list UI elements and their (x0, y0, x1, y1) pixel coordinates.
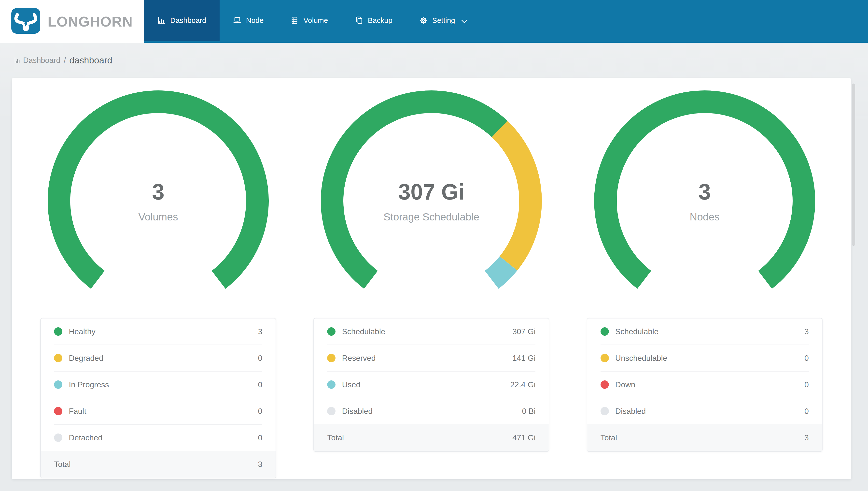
legend-label: In Progress (69, 380, 258, 389)
gauge-segment-reserved (500, 129, 531, 263)
vertical-scrollbar-thumb[interactable] (852, 84, 855, 246)
legend-label: Used (342, 380, 510, 389)
legend-dot (600, 327, 609, 336)
chevron-down-icon (461, 20, 467, 23)
volumes-legend-card: Healthy3Degraded0In Progress0Fault0Detac… (40, 318, 276, 478)
tab-label: Setting (432, 16, 455, 25)
legend-dot (54, 433, 62, 442)
legend-total-value: 3 (258, 460, 262, 469)
legend-dot (327, 380, 336, 389)
tab-label: Volume (303, 16, 328, 25)
volumes-gauge: 3 Volumes (45, 88, 271, 314)
legend-dot (54, 327, 62, 336)
breadcrumb-section[interactable]: Dashboard (23, 56, 60, 65)
storage-gauge: 307 Gi Storage Schedulable (318, 88, 544, 314)
legend-value: 141 Gi (513, 354, 535, 363)
nav-tabs: Dashboard Node (144, 0, 480, 41)
legend-label: Disabled (342, 407, 522, 416)
server-icon (290, 16, 299, 25)
nodes-gauge: 3 Nodes (592, 88, 818, 314)
legend-row: Used22.4 Gi (327, 372, 535, 398)
legend-dot (54, 354, 62, 362)
legend-row: Degraded0 (54, 345, 262, 372)
legend-row: Detached0 (54, 425, 262, 451)
top-navbar: LONGHORN Dashboard (0, 0, 868, 43)
legend-value: 0 (804, 354, 809, 363)
legend-value: 0 (258, 433, 262, 442)
legend-value: 0 (258, 354, 262, 363)
legend-label: Down (615, 380, 804, 389)
breadcrumb-current-page: dashboard (69, 55, 112, 66)
legend-row: Fault0 (54, 398, 262, 425)
gauge-segment-schedulable (606, 102, 804, 280)
bar-chart-icon (14, 57, 21, 64)
legend-dot (327, 327, 336, 336)
tab-label: Dashboard (170, 16, 206, 25)
legend-row: In Progress0 (54, 372, 262, 398)
legend-value: 307 Gi (513, 327, 535, 336)
legend-label: Unschedulable (615, 354, 804, 363)
tab-backup[interactable]: Backup (341, 0, 406, 41)
legend-row: Down0 (600, 372, 809, 398)
laptop-icon (233, 16, 242, 25)
legend-dot (54, 407, 62, 415)
legend-label: Schedulable (342, 327, 513, 336)
legend-row: Disabled0 (600, 398, 809, 424)
legend-total-row: Total 3 (41, 451, 276, 478)
legend-total-value: 471 Gi (513, 433, 535, 442)
gauge-segment-healthy (59, 102, 257, 280)
legend-label: Healthy (69, 327, 258, 336)
legend-value: 0 (804, 380, 809, 389)
legend-row: Disabled0 Bi (327, 398, 535, 424)
copy-icon (355, 16, 364, 25)
legend-row: Schedulable3 (600, 318, 809, 345)
breadcrumb: Dashboard / dashboard (0, 43, 868, 78)
bar-chart-icon (157, 16, 166, 25)
legend-total-value: 3 (804, 433, 809, 442)
breadcrumb-separator: / (64, 56, 66, 65)
tab-label: Backup (368, 16, 393, 25)
legend-dot (600, 380, 609, 389)
tab-dashboard[interactable]: Dashboard (144, 0, 220, 41)
legend-label: Schedulable (615, 327, 804, 336)
legend-value: 0 (804, 407, 809, 416)
legend-value: 0 Bi (522, 407, 535, 416)
gauge-panels: 3 Volumes Healthy3Degraded0In Progress0F… (12, 78, 851, 478)
brand-text: LONGHORN (48, 13, 133, 30)
tab-node[interactable]: Node (220, 0, 277, 41)
legend-row: Unschedulable0 (600, 345, 809, 372)
legend-label: Degraded (69, 354, 258, 363)
legend-value: 3 (258, 327, 262, 336)
gauge-segment-schedulable (332, 102, 500, 280)
tab-setting[interactable]: Setting (406, 0, 480, 41)
legend-total-label: Total (600, 433, 804, 442)
longhorn-bull-logo-icon (11, 8, 40, 35)
gear-icon (419, 16, 428, 25)
storage-legend-card: Schedulable307 GiReserved141 GiUsed22.4 … (313, 318, 549, 452)
tab-volume[interactable]: Volume (277, 0, 341, 41)
legend-value: 3 (804, 327, 809, 336)
legend-dot (54, 380, 62, 389)
legend-dot (600, 407, 609, 415)
dashboard-card: 3 Volumes Healthy3Degraded0In Progress0F… (12, 78, 851, 479)
gauge-panel-nodes: 3 Nodes Schedulable3Unschedulable0Down0D… (568, 88, 841, 478)
longhorn-dashboard-page: LONGHORN Dashboard (0, 0, 868, 491)
legend-value: 0 (258, 407, 262, 416)
legend-dot (600, 354, 609, 362)
legend-total-label: Total (327, 433, 513, 442)
gauge-panel-volumes: 3 Volumes Healthy3Degraded0In Progress0F… (22, 88, 295, 478)
legend-row: Healthy3 (54, 318, 262, 345)
brand[interactable]: LONGHORN (0, 0, 144, 43)
legend-row: Reserved141 Gi (327, 345, 535, 372)
legend-total-row: Total 3 (587, 424, 822, 451)
legend-value: 22.4 Gi (510, 380, 535, 389)
gauge-segment-used (492, 263, 508, 280)
legend-label: Disabled (615, 407, 804, 416)
nodes-legend-card: Schedulable3Unschedulable0Down0Disabled0… (587, 318, 823, 452)
legend-total-label: Total (54, 460, 258, 469)
legend-row: Schedulable307 Gi (327, 318, 535, 345)
legend-label: Fault (69, 407, 258, 416)
legend-label: Detached (69, 433, 258, 442)
gauge-panel-storage: 307 Gi Storage Schedulable Schedulable30… (295, 88, 568, 478)
legend-value: 0 (258, 380, 262, 389)
